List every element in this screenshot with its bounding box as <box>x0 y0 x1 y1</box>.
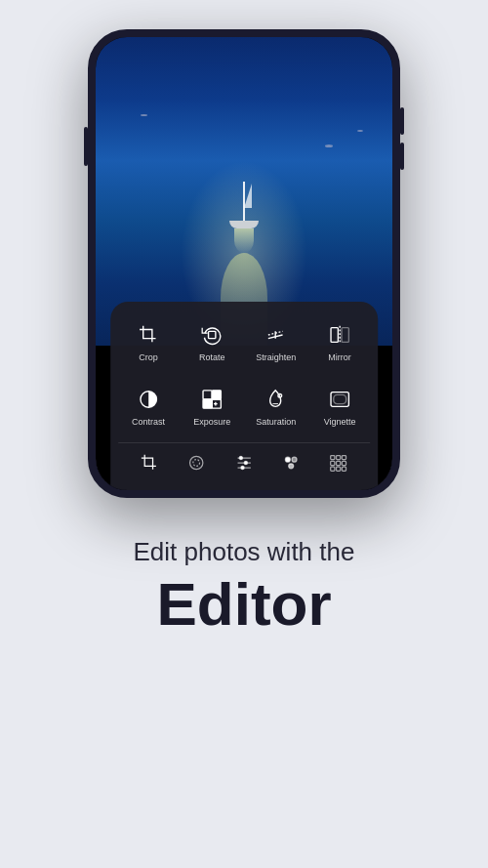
grid-nav[interactable] <box>327 451 350 475</box>
contrast-tool[interactable]: Contrast <box>118 378 178 434</box>
rotate-icon <box>198 321 225 349</box>
svg-point-16 <box>193 460 200 467</box>
paint-nav[interactable] <box>279 451 303 475</box>
svg-rect-32 <box>331 461 335 465</box>
svg-point-22 <box>241 466 244 469</box>
crop-nav[interactable] <box>138 451 161 475</box>
toolbar-panel: Crop Rotate <box>110 302 378 490</box>
straighten-label: Straighten <box>256 352 296 362</box>
rotate-label: Rotate <box>199 352 225 362</box>
text-section: Edit photos with the Editor <box>114 537 375 638</box>
saturation-label: Saturation <box>256 417 296 427</box>
svg-rect-29 <box>331 456 335 460</box>
crop-icon <box>135 321 162 349</box>
phone-screen: Crop Rotate <box>96 37 392 490</box>
vignette-label: Vignette <box>324 417 356 427</box>
title-text: Editor <box>134 571 355 638</box>
svg-rect-6 <box>212 391 221 399</box>
straighten-tool[interactable]: Straighten <box>246 313 305 370</box>
boat-reflection <box>234 228 254 253</box>
small-boat-2 <box>357 130 363 132</box>
boat <box>229 182 259 253</box>
exposure-tool[interactable]: Exposure <box>183 378 242 434</box>
svg-rect-35 <box>331 467 335 471</box>
svg-rect-33 <box>337 461 341 465</box>
phone-frame: Crop Rotate <box>88 29 400 498</box>
volume-down-button <box>400 143 404 170</box>
exposure-icon <box>198 386 225 413</box>
svg-rect-30 <box>337 456 341 460</box>
saturation-tool[interactable]: Saturation <box>246 378 305 434</box>
exposure-label: Exposure <box>193 417 230 427</box>
small-boat-1 <box>325 145 333 147</box>
svg-rect-31 <box>343 456 346 460</box>
crop-tool[interactable]: Crop <box>118 313 178 370</box>
svg-point-15 <box>190 456 203 469</box>
mirror-icon <box>326 321 353 349</box>
svg-point-20 <box>239 456 242 459</box>
svg-point-21 <box>244 461 247 464</box>
small-boat-3 <box>141 114 147 116</box>
mirror-tool[interactable]: Mirror <box>309 313 369 370</box>
mask-nav[interactable] <box>185 451 209 475</box>
svg-rect-7 <box>203 399 212 408</box>
svg-rect-14 <box>334 394 346 403</box>
svg-rect-34 <box>343 461 346 465</box>
bottom-nav <box>118 442 370 478</box>
contrast-label: Contrast <box>132 417 165 427</box>
saturation-icon <box>263 386 290 413</box>
subtitle-text: Edit photos with the <box>134 537 355 567</box>
boat-hull <box>229 221 259 228</box>
svg-rect-2 <box>342 328 348 343</box>
boat-mast <box>243 182 245 221</box>
adjust-nav[interactable] <box>232 451 256 475</box>
svg-rect-5 <box>203 391 212 399</box>
tools-row-1: Crop Rotate <box>118 313 370 370</box>
svg-rect-36 <box>337 467 341 471</box>
rotate-tool[interactable]: Rotate <box>183 313 242 370</box>
svg-rect-1 <box>331 328 338 343</box>
vignette-tool[interactable]: Vignette <box>309 378 369 434</box>
volume-up-button <box>400 107 404 135</box>
crop-label: Crop <box>139 352 158 362</box>
straighten-icon <box>263 321 290 349</box>
phone-wrapper: Crop Rotate <box>88 29 400 498</box>
photo-background <box>96 37 392 346</box>
svg-rect-0 <box>209 331 216 338</box>
mirror-label: Mirror <box>328 352 351 362</box>
contrast-icon <box>135 386 162 413</box>
svg-rect-37 <box>343 467 346 471</box>
vignette-icon <box>326 386 353 413</box>
tools-row-2: Contrast <box>118 378 370 434</box>
power-button <box>84 127 88 166</box>
